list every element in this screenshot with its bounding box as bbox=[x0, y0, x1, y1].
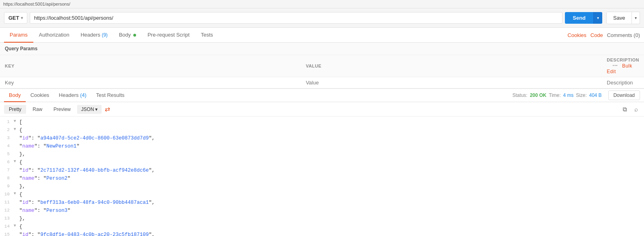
tab-tests[interactable]: Tests bbox=[195, 28, 218, 43]
params-row-empty bbox=[0, 77, 644, 88]
save-button[interactable]: Save bbox=[606, 12, 632, 24]
pretty-button[interactable]: Pretty bbox=[4, 105, 26, 114]
size-label: Size: bbox=[576, 92, 587, 98]
json-value: 9fc8df1e-0483-4c0b-ac20-23c5fb187109 bbox=[41, 232, 149, 236]
line-number: 3 bbox=[2, 135, 14, 142]
resp-headers-badge: (4) bbox=[80, 92, 86, 98]
col-value: VALUE bbox=[301, 55, 602, 77]
line-number: 13 bbox=[2, 215, 14, 222]
punct: ": " bbox=[29, 200, 41, 205]
tab-params[interactable]: Params bbox=[4, 28, 33, 43]
send-button[interactable]: Send bbox=[565, 12, 594, 24]
key-input[interactable] bbox=[5, 80, 296, 86]
json-key: id bbox=[22, 232, 29, 236]
punct: ": " bbox=[29, 232, 41, 236]
tab-headers[interactable]: Headers (9) bbox=[75, 28, 113, 43]
code-view: 1▼[2▼ {3 "id": "a94a407d-5ce2-4d0c-8600-… bbox=[0, 117, 644, 236]
line-toggle-icon[interactable]: ▼ bbox=[14, 191, 18, 197]
json-value: Person3 bbox=[47, 208, 68, 213]
response-meta: Status: 200 OK Time: 4 ms Size: 404 B Do… bbox=[512, 90, 640, 100]
raw-button[interactable]: Raw bbox=[28, 105, 47, 114]
line-number: 7 bbox=[2, 167, 14, 174]
code-line: 10▼ { bbox=[0, 191, 644, 199]
format-bar-right: ⧉ ⌕ bbox=[621, 105, 640, 114]
code-line: 5 }, bbox=[0, 150, 644, 158]
search-icon[interactable]: ⌕ bbox=[632, 105, 640, 114]
punct: " bbox=[19, 168, 22, 173]
line-number: 9 bbox=[2, 183, 14, 190]
line-number: 14 bbox=[2, 223, 14, 230]
send-dropdown-button[interactable]: ▾ bbox=[593, 12, 602, 24]
preview-button[interactable]: Preview bbox=[49, 105, 75, 114]
value-input[interactable] bbox=[306, 80, 597, 86]
response-section: Body Cookies Headers (4) Test Results St… bbox=[0, 89, 644, 236]
url-input[interactable] bbox=[30, 12, 562, 24]
line-number: 15 bbox=[2, 231, 14, 236]
json-bracket: { bbox=[19, 158, 22, 166]
code-line: 8 "name": "Person2" bbox=[0, 174, 644, 183]
line-toggle-icon[interactable]: ▼ bbox=[14, 126, 18, 133]
line-number: 2 bbox=[2, 127, 14, 134]
download-button[interactable]: Download bbox=[608, 90, 640, 100]
col-description: DESCRIPTION ··· Bulk Edit bbox=[602, 55, 644, 77]
json-key: name bbox=[22, 208, 35, 213]
json-bracket: [ bbox=[19, 118, 22, 126]
tab-prerequest[interactable]: Pre-request Script bbox=[142, 28, 195, 43]
req-tab-right-links: Cookies Code Comments (0) bbox=[568, 32, 640, 38]
request-tabs: Params Authorization Headers (9) Body Pr… bbox=[0, 28, 644, 43]
method-select[interactable]: GET ▾ bbox=[4, 12, 27, 24]
resp-tab-headers[interactable]: Headers (4) bbox=[54, 89, 92, 102]
json-chevron-icon: ▾ bbox=[95, 107, 98, 112]
query-params-label: Query Params bbox=[0, 43, 644, 55]
send-btn-group: Send ▾ bbox=[565, 12, 603, 24]
code-line: 7 "id": "2c7117d2-132f-4640-bbfb-acf942e… bbox=[0, 166, 644, 174]
resp-tab-body[interactable]: Body bbox=[4, 89, 26, 102]
line-number: 12 bbox=[2, 207, 14, 214]
tab-authorization[interactable]: Authorization bbox=[33, 28, 75, 43]
line-number: 5 bbox=[2, 151, 14, 158]
status-label: Status: bbox=[512, 92, 527, 98]
wrap-icon[interactable]: ⇄ bbox=[103, 105, 112, 114]
punct: " bbox=[67, 208, 71, 213]
cookies-link[interactable]: Cookies bbox=[568, 32, 587, 38]
resp-tab-cookies[interactable]: Cookies bbox=[26, 89, 54, 102]
json-bracket: }, bbox=[19, 150, 25, 158]
code-line: 9 }, bbox=[0, 183, 644, 191]
punct: ", bbox=[149, 232, 155, 236]
tab-body[interactable]: Body bbox=[113, 28, 142, 43]
code-link[interactable]: Code bbox=[591, 32, 603, 38]
line-toggle-icon[interactable]: ▼ bbox=[14, 158, 18, 165]
code-line: 12 "name": "Person3" bbox=[0, 207, 644, 215]
json-value: Person2 bbox=[47, 176, 68, 181]
json-value: a94a407d-5ce2-4d0c-8600-63e0873dd7d9 bbox=[41, 135, 149, 141]
resp-tab-test-results[interactable]: Test Results bbox=[91, 89, 129, 102]
bulk-edit-button[interactable]: Bulk Edit bbox=[607, 63, 632, 74]
json-key: id bbox=[22, 200, 29, 205]
code-line: 13 }, bbox=[0, 215, 644, 223]
description-input[interactable] bbox=[607, 80, 639, 86]
punct: " bbox=[19, 208, 22, 213]
json-select[interactable]: JSON ▾ bbox=[77, 105, 102, 114]
top-bar-url: https://localhost:5001/api/persons/ bbox=[3, 2, 70, 6]
params-table: KEY VALUE DESCRIPTION ··· Bulk Edit bbox=[0, 55, 644, 88]
json-value: beff313a-6eb0-48fa-94c0-90bb4487aca1 bbox=[41, 200, 149, 205]
line-number: 4 bbox=[2, 143, 14, 150]
method-chevron-icon: ▾ bbox=[21, 16, 23, 20]
col-key: KEY bbox=[0, 55, 301, 77]
line-toggle-icon[interactable]: ▼ bbox=[14, 118, 18, 125]
punct: ": " bbox=[29, 168, 41, 173]
comments-link[interactable]: Comments (0) bbox=[607, 32, 640, 38]
json-bracket: { bbox=[19, 223, 22, 231]
punct: ": " bbox=[35, 208, 47, 213]
punct: " bbox=[77, 144, 80, 149]
punct: " bbox=[19, 135, 22, 141]
copy-icon[interactable]: ⧉ bbox=[621, 105, 629, 114]
code-line: 14▼ { bbox=[0, 223, 644, 231]
json-key: name bbox=[22, 176, 35, 181]
more-icon[interactable]: ··· bbox=[613, 62, 618, 69]
punct: ", bbox=[149, 135, 155, 141]
line-toggle-icon[interactable]: ▼ bbox=[14, 223, 18, 229]
save-dropdown-button[interactable]: ▾ bbox=[632, 12, 640, 24]
code-line: 1▼[ bbox=[0, 118, 644, 126]
json-key: id bbox=[22, 135, 29, 141]
